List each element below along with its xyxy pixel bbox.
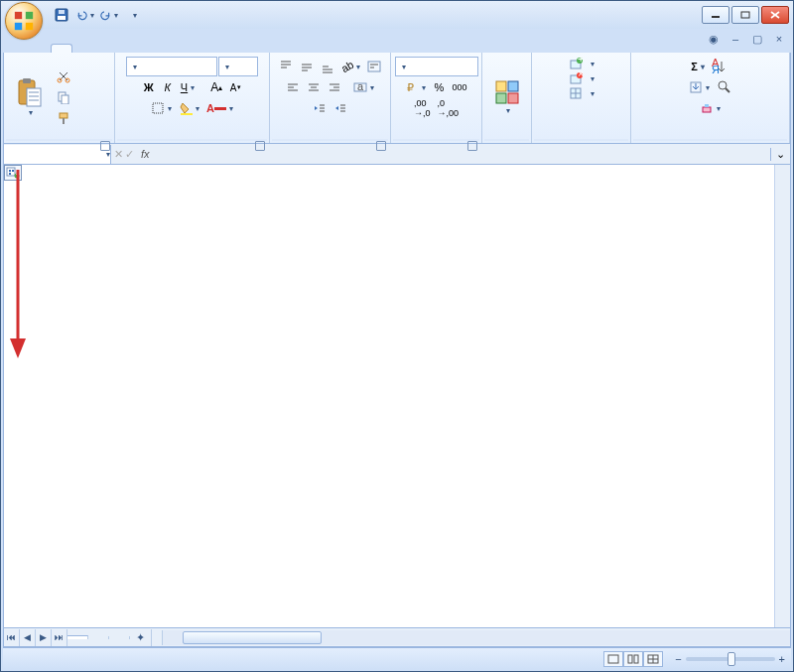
fill-icon[interactable]: ▾ [686,77,713,97]
svg-rect-20 [62,95,68,104]
new-sheet-icon[interactable]: ✦ [130,629,152,646]
bold-icon[interactable]: Ж [140,77,158,97]
group-editing: Σ▾АЯ ▾ ▾ [631,53,790,143]
sort-filter-icon[interactable]: АЯ [709,57,732,76]
zoom-slider[interactable] [686,657,775,661]
prev-sheet-icon[interactable]: ◀ [20,629,36,646]
svg-rect-8 [741,12,749,18]
find-select-icon[interactable] [714,77,735,97]
normal-view-icon[interactable] [603,651,623,667]
svg-rect-86 [634,655,638,663]
svg-rect-75 [705,104,709,107]
save-icon[interactable] [53,6,70,24]
close-workbook-icon[interactable]: × [771,31,787,47]
increase-decimal-icon[interactable]: ,00→,0 [411,98,434,118]
svg-rect-57 [508,81,518,91]
clear-icon[interactable]: ▾ [697,98,724,118]
svg-rect-13 [27,88,41,106]
tab-data[interactable] [154,44,176,53]
svg-rect-24 [181,113,193,115]
font-size-combo[interactable]: ▾ [218,57,258,76]
fill-color-icon[interactable]: ▾ [176,98,202,118]
currency-icon[interactable]: ₽▾ [402,77,429,97]
tab-home[interactable] [51,44,72,53]
svg-point-72 [719,81,727,89]
orientation-icon[interactable]: ab▾ [338,57,363,76]
title-bar: ▾ ▾ ▾ [1,1,793,29]
shrink-font-icon[interactable]: A▾ [226,77,244,97]
horizontal-scrollbar[interactable] [162,630,790,645]
tab-page-layout[interactable] [102,44,124,53]
enter-formula-icon[interactable]: ✓ [125,148,134,161]
qat-customize-icon[interactable]: ▾ [124,6,142,24]
annotation-arrow [4,165,34,363]
font-family-combo[interactable]: ▾ [126,57,217,76]
decrease-indent-icon[interactable] [310,98,330,118]
italic-icon[interactable]: К [159,77,177,97]
svg-rect-25 [214,107,226,110]
help-icon[interactable]: ◉ [706,31,722,47]
number-format-combo[interactable]: ▾ [395,57,478,76]
styles-button[interactable]: ▾ [484,65,529,130]
worksheet-area: + [3,165,791,628]
expand-formula-bar-icon[interactable]: ⌄ [770,148,790,161]
tab-review[interactable] [180,44,201,53]
tab-formulas[interactable] [128,44,150,53]
paste-button[interactable]: ▾ [6,65,52,130]
copy-icon[interactable] [54,87,73,107]
minimize-button[interactable] [702,6,729,24]
first-sheet-icon[interactable]: ⏮ [4,629,20,646]
align-top-icon[interactable] [276,57,296,76]
page-break-view-icon[interactable] [643,651,663,667]
merge-cells-icon[interactable]: a▾ [350,77,377,97]
sheet-tab-2[interactable] [88,636,109,639]
align-left-icon[interactable] [283,77,303,97]
tab-view[interactable] [205,44,227,53]
borders-icon[interactable]: ▾ [148,98,175,118]
svg-rect-0 [15,12,22,19]
maximize-button[interactable] [731,6,759,24]
percent-icon[interactable]: % [430,77,448,97]
name-box[interactable]: ▾ [4,145,111,164]
format-cells-button[interactable]: ▾ [569,86,595,100]
group-clipboard: ▾ [4,53,115,143]
svg-rect-35 [368,62,380,71]
undo-icon[interactable]: ▾ [76,6,94,24]
grow-font-icon[interactable]: A▴ [207,77,225,97]
delete-cells-button[interactable]: ×▾ [569,71,595,85]
next-sheet-icon[interactable]: ▶ [36,629,52,646]
close-button[interactable] [761,6,789,24]
svg-rect-21 [60,113,67,118]
page-layout-view-icon[interactable] [623,651,643,667]
sheet-tab-3[interactable] [109,636,130,639]
format-painter-icon[interactable] [54,108,73,128]
redo-icon[interactable]: ▾ [100,6,118,24]
vertical-scrollbar[interactable] [774,165,790,627]
svg-rect-77 [9,170,11,172]
align-middle-icon[interactable] [297,57,317,76]
decrease-decimal-icon[interactable]: ,0→,00 [435,98,463,118]
sheet-tab-1[interactable] [67,635,88,639]
svg-rect-84 [608,655,618,663]
font-color-icon[interactable]: A▾ [203,98,236,118]
align-bottom-icon[interactable] [318,57,337,76]
increase-indent-icon[interactable] [331,98,350,118]
align-right-icon[interactable] [325,77,344,97]
restore-workbook-icon[interactable]: ▢ [749,31,765,47]
underline-icon[interactable]: Ч▾ [178,77,198,97]
insert-cells-button[interactable]: +▾ [569,57,595,70]
wrap-text-icon[interactable] [364,57,384,76]
minimize-ribbon-icon[interactable]: – [728,31,743,47]
comma-icon[interactable]: 000 [449,77,469,97]
cancel-formula-icon[interactable]: ✕ [114,148,123,161]
zoom-in-icon[interactable]: + [779,653,785,665]
fx-icon[interactable]: fx [137,148,154,160]
ribbon: ▾ ▾ ▾ Ж К Ч▾ [3,53,791,144]
align-center-icon[interactable] [304,77,324,97]
zoom-out-icon[interactable]: − [675,653,681,665]
autofill-options-icon[interactable]: + [4,165,22,181]
autosum-icon[interactable]: Σ▾ [688,57,708,76]
tab-insert[interactable] [76,44,98,53]
last-sheet-icon[interactable]: ⏭ [52,629,67,646]
cut-icon[interactable] [54,67,73,86]
